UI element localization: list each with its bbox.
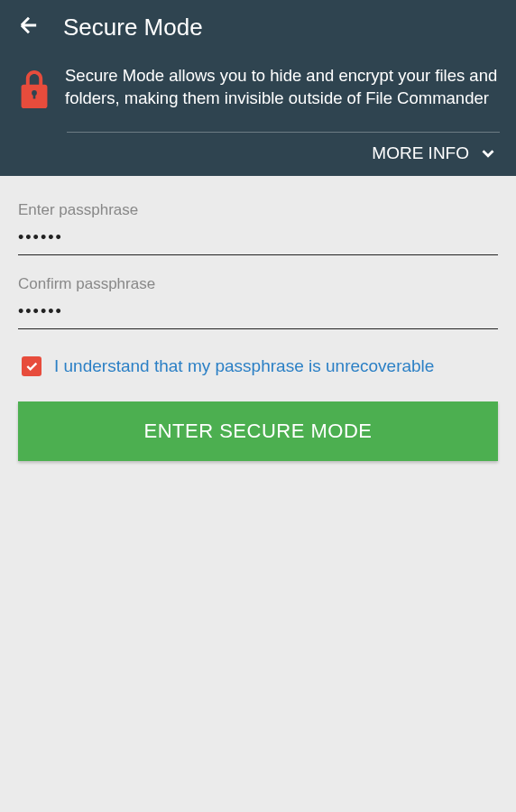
checkbox-checked-icon (22, 356, 41, 376)
form-area: Enter passphrase Confirm passphrase I un… (0, 176, 516, 461)
enter-secure-mode-button[interactable]: ENTER SECURE MODE (18, 401, 498, 461)
info-section: Secure Mode allows you to hide and encry… (0, 51, 516, 121)
svg-rect-1 (33, 93, 36, 99)
more-info-label: MORE INFO (372, 143, 469, 163)
passphrase-input[interactable] (18, 225, 498, 255)
info-description: Secure Mode allows you to hide and encry… (65, 65, 500, 110)
passphrase-label: Enter passphrase (18, 201, 498, 219)
page-title: Secure Mode (63, 14, 203, 42)
chevron-down-icon (478, 143, 498, 163)
back-arrow-icon (16, 13, 41, 42)
checkbox-label: I understand that my passphrase is unrec… (54, 355, 434, 378)
more-info-button[interactable]: MORE INFO (0, 133, 516, 176)
app-header: Secure Mode Secure Mode allows you to hi… (0, 0, 516, 176)
passphrase-field-group: Enter passphrase (18, 201, 498, 255)
confirm-field-group: Confirm passphrase (18, 275, 498, 329)
acknowledge-checkbox-row[interactable]: I understand that my passphrase is unrec… (18, 355, 498, 378)
back-button[interactable] (16, 13, 41, 42)
confirm-input[interactable] (18, 299, 498, 329)
lock-icon (20, 70, 49, 112)
header-top-bar: Secure Mode (0, 0, 516, 51)
confirm-label: Confirm passphrase (18, 275, 498, 293)
